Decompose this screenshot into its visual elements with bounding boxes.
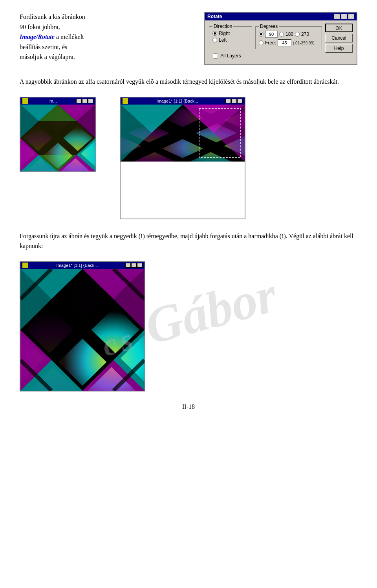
direction-group: Direction Right Left (209, 24, 252, 49)
all-layers-checkbox[interactable] (213, 53, 218, 59)
small-window-icon (22, 98, 28, 104)
page-number-text: II-18 (182, 403, 195, 410)
group-boxes-row: Direction Right Left (209, 24, 322, 51)
deg270-radio[interactable] (295, 32, 300, 37)
large-window-icon (123, 98, 128, 104)
small-close-btn[interactable]: × (88, 99, 93, 103)
dialog-body: Direction Right Left (205, 20, 357, 64)
maximize-button[interactable]: □ (341, 14, 347, 19)
small-minimize-btn[interactable]: _ (76, 99, 82, 103)
middle-text-content: A nagyobbik ábránkon az alfa csatornáról… (20, 78, 339, 85)
dialog-buttons: OK Cancel Help (325, 24, 353, 60)
large-window-btns: _ □ × (225, 99, 243, 103)
all-layers-row: All Layers (209, 51, 322, 60)
bottom-text: Forgassunk újra az ábrán és tegyük a neg… (20, 231, 357, 251)
small-window-btns: _ □ × (76, 99, 93, 103)
deg180-label: 180 (285, 31, 293, 37)
titlebar-buttons: _ □ × (334, 14, 354, 19)
right-radio-row: Right (212, 31, 249, 36)
bottom-window-titlebar: Image1* [1:1] {Back... _ □ × (20, 262, 145, 269)
large-maximize-btn[interactable]: □ (231, 99, 237, 103)
dialog-titlebar: Rotate _ □ × (205, 13, 357, 20)
small-canvas (20, 105, 95, 171)
degrees-legend: Degrees (259, 24, 279, 29)
bottom-text-content: Forgassunk újra az ábrán és tegyük a neg… (20, 233, 353, 250)
bottom-window-btns: _ □ × (125, 263, 143, 268)
bottom-minimize-btn[interactable]: _ (125, 263, 131, 268)
bottom-fractal-svg (20, 269, 145, 391)
bottom-close-btn[interactable]: × (137, 263, 143, 268)
top-section: Fordítsunk a kis ábránkon 90 fokot jobbr… (20, 12, 357, 65)
free-row: Free: (.01-359.99) (259, 39, 318, 46)
bottom-canvas (20, 269, 145, 391)
deg90-input[interactable] (265, 31, 278, 38)
all-layers-label: All Layers (220, 53, 241, 59)
bottom-maximize-btn[interactable]: □ (131, 263, 137, 268)
large-close-btn[interactable]: × (237, 99, 243, 103)
left-radio-row: Left (212, 37, 249, 43)
image-row: Im... _ □ × (20, 97, 357, 219)
bottom-window-icon (22, 263, 28, 268)
left-radio[interactable] (212, 38, 217, 42)
direction-legend: Direction (212, 24, 233, 29)
help-button[interactable]: Help (325, 44, 353, 53)
intro-text: Fordítsunk a kis ábránkon 90 fokot jobbr… (20, 12, 192, 65)
deg270-label: 270 (301, 31, 309, 37)
deg90-radio[interactable] (259, 32, 264, 37)
dialog-left: Direction Right Left (209, 24, 322, 60)
deg180-radio[interactable] (279, 32, 284, 37)
free-label: Free: (265, 40, 276, 46)
ok-button[interactable]: OK (325, 24, 353, 32)
large-window-title: Image1* [1:1] {Back... (157, 99, 198, 103)
right-radio[interactable] (212, 31, 217, 36)
degrees-group: Degrees 180 270 Free: (255, 24, 322, 49)
cancel-button[interactable]: Cancel (325, 34, 353, 42)
free-range: (.01-359.99) (293, 41, 314, 45)
image-rotate-link[interactable]: Image/Rotate (20, 33, 55, 40)
small-maximize-btn[interactable]: □ (82, 99, 88, 103)
bottom-image-window: Image1* [1:1] {Back... _ □ × (20, 261, 145, 391)
small-image-window: Im... _ □ × (20, 97, 96, 172)
large-fractal-svg (121, 105, 245, 219)
large-window-titlebar: Image1* [1:1] {Back... _ □ × (121, 97, 245, 105)
small-window-titlebar: Im... _ □ × (20, 97, 95, 105)
small-fractal-svg (20, 105, 95, 171)
right-label: Right (219, 31, 230, 36)
minimize-button[interactable]: _ (334, 14, 340, 19)
intro-paragraph: Fordítsunk a kis ábránkon 90 fokot jobbr… (20, 12, 192, 62)
free-radio[interactable] (259, 40, 264, 45)
dialog-title: Rotate (207, 14, 222, 19)
page-content: cs Gábor Fordítsunk a kis ábránkon 90 fo… (20, 12, 357, 410)
close-button[interactable]: × (348, 14, 354, 19)
bottom-image-container: Image1* [1:1] {Back... _ □ × (20, 261, 357, 391)
middle-text: A nagyobbik ábránkon az alfa csatornáról… (20, 77, 357, 87)
svg-rect-43 (121, 162, 245, 219)
large-minimize-btn[interactable]: _ (225, 99, 231, 103)
left-label: Left (219, 37, 227, 43)
large-image-window: Image1* [1:1] {Back... _ □ × (120, 97, 245, 219)
rotate-dialog: Rotate _ □ × Direction (204, 12, 357, 65)
small-window-title: Im... (48, 99, 57, 103)
large-canvas (121, 105, 245, 219)
page-number: II-18 (20, 403, 357, 410)
free-input[interactable] (278, 39, 291, 46)
bottom-window-title: Image1* [1:1] {Back... (57, 263, 98, 268)
